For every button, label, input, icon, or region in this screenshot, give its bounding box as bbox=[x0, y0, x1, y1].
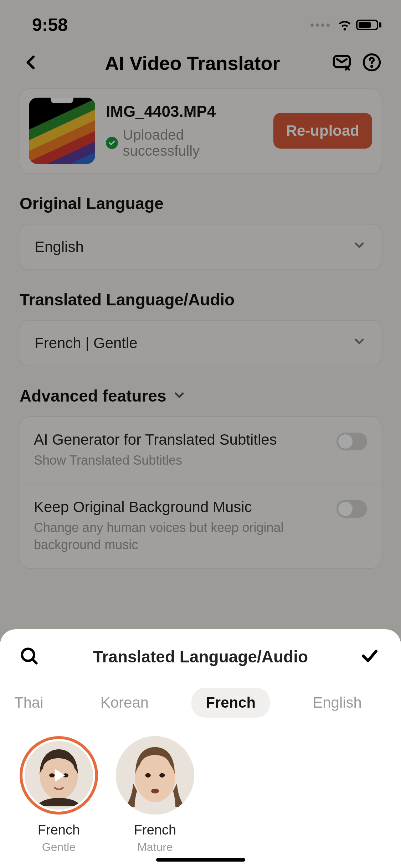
voice-style: Gentle bbox=[42, 841, 76, 854]
avatar bbox=[116, 736, 194, 815]
tab-english[interactable]: English bbox=[298, 688, 376, 718]
tab-korean[interactable]: Korean bbox=[86, 688, 163, 718]
search-button[interactable] bbox=[20, 646, 41, 667]
svg-line-4 bbox=[32, 659, 36, 663]
svg-point-10 bbox=[159, 773, 165, 777]
voice-lang: French bbox=[38, 822, 80, 838]
language-sheet: Translated Language/Audio Thai Korean Fr… bbox=[0, 629, 401, 868]
home-indicator[interactable] bbox=[156, 858, 245, 862]
svg-point-11 bbox=[151, 789, 159, 793]
sheet-title: Translated Language/Audio bbox=[41, 647, 360, 666]
voice-option-gentle[interactable]: French Gentle bbox=[20, 736, 98, 854]
voice-style: Mature bbox=[137, 841, 173, 854]
voice-lang: French bbox=[134, 822, 176, 838]
voice-list: French Gentle bbox=[0, 729, 401, 854]
voice-option-mature[interactable]: French Mature bbox=[116, 736, 194, 854]
tab-thai[interactable]: Thai bbox=[0, 688, 58, 718]
play-icon bbox=[20, 736, 98, 815]
tab-french[interactable]: French bbox=[191, 688, 270, 718]
confirm-button[interactable] bbox=[360, 646, 381, 667]
svg-point-9 bbox=[145, 773, 151, 777]
language-tabs[interactable]: Thai Korean French English Gerr bbox=[0, 676, 401, 729]
